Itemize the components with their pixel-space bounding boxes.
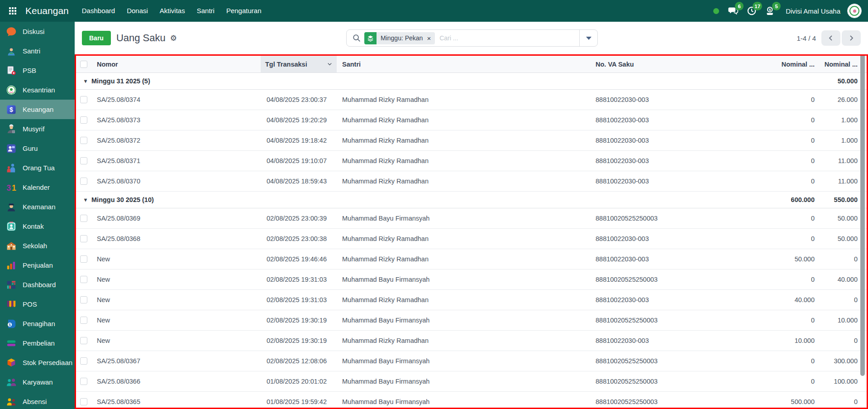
sidebar-item-diskusi[interactable]: Diskusi [0, 22, 75, 41]
svg-text:3: 3 [6, 183, 11, 192]
table-row[interactable]: New02/08/2025 19:30:19Muhammad Rizky Ram… [76, 331, 867, 351]
row-checkbox[interactable] [80, 116, 87, 124]
table-row[interactable]: SA/25.08/036702/08/2025 12:08:06Muhammad… [76, 351, 867, 371]
table-row[interactable]: SA/25.08/036802/08/2025 23:00:38Muhammad… [76, 229, 867, 249]
sidebar-item-stok-persediaan[interactable]: Stok Persediaan [0, 353, 75, 372]
user-avatar[interactable] [847, 4, 862, 18]
apps-menu-button[interactable] [5, 3, 21, 19]
group-nominal-2: 550.000 [816, 196, 867, 203]
table-row[interactable]: SA/25.08/036902/08/2025 23:00:39Muhammad… [76, 208, 867, 229]
pager-previous-button[interactable] [821, 30, 840, 46]
table-row[interactable]: New02/08/2025 19:30:19Muhammad Bayu Firm… [76, 310, 867, 331]
table-row[interactable]: SA/25.08/036601/08/2025 20:01:02Muhammad… [76, 371, 867, 392]
sidebar-item-keamanan[interactable]: Keamanan [0, 197, 75, 217]
money-request-button[interactable]: $ 5 [763, 4, 777, 18]
new-record-button[interactable]: Baru [82, 31, 111, 45]
remove-facet-button[interactable]: × [427, 35, 435, 42]
activity-button[interactable]: 17 [745, 4, 758, 18]
table-row[interactable]: SA/25.08/037404/08/2025 23:00:37Muhammad… [76, 90, 867, 110]
row-checkbox[interactable] [80, 215, 87, 222]
column-header-santri[interactable]: Santri [337, 61, 593, 68]
sidebar-item-psb[interactable]: PSB [0, 61, 75, 80]
table-row[interactable]: SA/25.08/037004/08/2025 18:59:43Muhammad… [76, 171, 867, 192]
column-header-nominal-2[interactable]: Nominal ... [816, 61, 867, 68]
list-view: Nomor Tgl Transaksi Santri No. VA Saku N… [75, 54, 868, 409]
sidebar-item-kesantrian[interactable]: Kesantrian [0, 80, 75, 100]
cell-tgl-transaksi: 02/08/2025 12:08:06 [261, 357, 337, 365]
row-checkbox[interactable] [80, 276, 87, 283]
sidebar-item-musyrif[interactable]: Musyrif [0, 119, 75, 139]
sidebar-item-guru[interactable]: Guru [0, 139, 75, 158]
sidebar-item-kontak[interactable]: Kontak [0, 217, 75, 236]
row-checkbox[interactable] [80, 137, 87, 144]
column-header-nomor[interactable]: Nomor [91, 61, 261, 68]
sidebar-item-penjualan[interactable]: Penjualan [0, 255, 75, 275]
row-checkbox[interactable] [80, 357, 87, 365]
row-checkbox[interactable] [80, 398, 87, 405]
cell-santri: Muhammad Rizky Ramadhan [337, 296, 593, 303]
sidebar-item-karyawan[interactable]: Karyawan [0, 372, 75, 392]
row-checkbox[interactable] [80, 296, 87, 303]
column-header-tgl-transaksi[interactable]: Tgl Transaksi [261, 56, 337, 72]
row-checkbox-cell [76, 255, 91, 263]
group-label[interactable]: ▾Minggu 31 2025 (5) [76, 77, 768, 85]
activity-badge: 17 [753, 2, 762, 10]
cell-santri: Muhammad Bayu Firmansyah [337, 317, 593, 324]
row-checkbox[interactable] [80, 317, 87, 324]
sidebar-item-dashboard[interactable]: Dashboard [0, 275, 75, 294]
row-checkbox[interactable] [80, 157, 87, 164]
pager-next-button[interactable] [842, 30, 861, 46]
nav-item-donasi[interactable]: Donasi [121, 0, 154, 22]
row-checkbox[interactable] [80, 235, 87, 242]
sidebar-item-santri[interactable]: Santri [0, 41, 75, 61]
row-checkbox[interactable] [80, 96, 87, 103]
gear-icon[interactable]: ⚙ [170, 34, 177, 43]
sidebar-item-label: Diskusi [23, 28, 44, 35]
table-row[interactable]: SA/25.08/037104/08/2025 19:10:07Muhammad… [76, 151, 867, 171]
nav-item-aktivitas[interactable]: Aktivitas [154, 0, 191, 22]
column-header-nominal-1[interactable]: Nominal ... [768, 61, 816, 68]
sidebar-item-penagihan[interactable]: $Penagihan [0, 314, 75, 333]
sidebar-item-label: Keuangan [23, 106, 53, 113]
discuss-icon [5, 26, 17, 38]
table-row[interactable]: New02/08/2025 19:31:03Muhammad Bayu Firm… [76, 269, 867, 290]
app-brand[interactable]: Keuangan [25, 5, 69, 16]
table-row[interactable]: SA/25.08/036501/08/2025 19:59:42Muhammad… [76, 392, 867, 409]
vertical-scrollbar[interactable] [860, 56, 865, 376]
table-row[interactable]: New02/08/2025 19:31:03Muhammad Rizky Ram… [76, 290, 867, 310]
cell-no-va-saku: 88810020525250003 [593, 276, 768, 283]
table-row[interactable]: SA/25.08/037204/08/2025 19:18:42Muhammad… [76, 130, 867, 151]
sidebar-item-label: Penagihan [23, 320, 55, 327]
row-checkbox[interactable] [80, 178, 87, 185]
user-menu-label[interactable]: Divisi Amal Usaha [786, 7, 840, 15]
search-input[interactable] [435, 34, 579, 42]
cell-tgl-transaksi: 02/08/2025 23:00:39 [261, 215, 337, 222]
sidebar-item-label: Kontak [23, 222, 44, 230]
group-title: Minggu 31 2025 (5) [91, 77, 150, 85]
messages-button[interactable]: 6 [726, 4, 740, 18]
row-checkbox[interactable] [80, 255, 87, 263]
nav-item-santri[interactable]: Santri [191, 0, 220, 22]
group-row[interactable]: ▾Minggu 31 2025 (5)50.000 [76, 73, 867, 90]
sidebar-item-absensi[interactable]: Absensi [0, 392, 75, 409]
nav-item-pengaturan[interactable]: Pengaturan [220, 0, 267, 22]
sidebar-item-keuangan[interactable]: $Keuangan [0, 100, 75, 119]
sidebar-item-kalender[interactable]: 31Kalender [0, 178, 75, 197]
search-options-toggle[interactable] [579, 30, 597, 46]
table-row[interactable]: SA/25.08/037304/08/2025 19:20:29Muhammad… [76, 110, 867, 130]
select-all-checkbox[interactable] [80, 61, 87, 68]
sidebar-item-sekolah[interactable]: Sekolah [0, 236, 75, 255]
search-facet-label: Minggu: Pekan [377, 34, 427, 42]
group-row[interactable]: ▾Minggu 30 2025 (10)600.000550.000 [76, 192, 867, 208]
sidebar-item-pembelian[interactable]: Pembelian [0, 333, 75, 353]
row-checkbox[interactable] [80, 378, 87, 385]
table-row[interactable]: New02/08/2025 19:46:46Muhammad Rizky Ram… [76, 249, 867, 269]
row-checkbox[interactable] [80, 337, 87, 344]
sidebar-item-pos[interactable]: POS [0, 294, 75, 314]
group-label[interactable]: ▾Minggu 30 2025 (10) [76, 196, 768, 203]
nav-item-dashboard[interactable]: Dashboard [76, 0, 121, 22]
cell-nominal-2: 1.000 [816, 137, 867, 144]
sidebar-item-orang-tua[interactable]: Orang Tua [0, 158, 75, 178]
search-bar[interactable]: Minggu: Pekan × [346, 29, 598, 47]
column-header-no-va-saku[interactable]: No. VA Saku [593, 61, 768, 68]
